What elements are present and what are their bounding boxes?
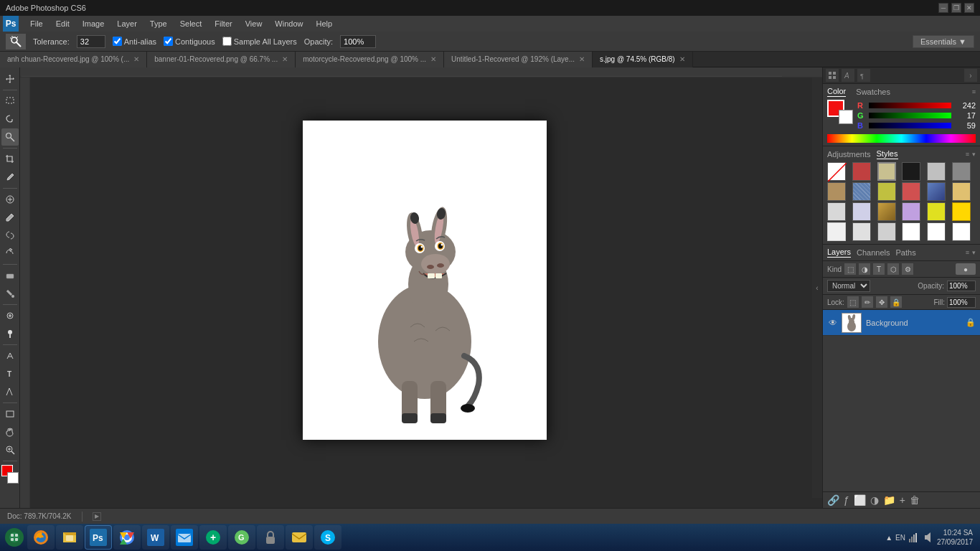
styles-expand-arrow[interactable]: ▾	[972, 151, 976, 158]
layers-panel-menu[interactable]: ≡	[966, 249, 969, 256]
group-layers-button[interactable]: 📁	[883, 494, 895, 506]
lasso-tool[interactable]	[1, 110, 19, 128]
tab-close-active-icon[interactable]: ✕	[679, 55, 685, 63]
filter-icon-smart[interactable]: ⚙	[902, 263, 913, 275]
taskbar-plus[interactable]: +	[199, 525, 227, 550]
style-swatch-gold[interactable]	[877, 162, 896, 181]
lock-position-icon[interactable]: ✏	[862, 296, 873, 308]
style-swatch-blank3[interactable]	[952, 222, 971, 241]
add-style-button[interactable]: ƒ	[844, 494, 849, 506]
fg-bg-colors[interactable]	[827, 100, 853, 124]
styles-panel-menu[interactable]: ≡	[966, 151, 969, 158]
color-panel-menu[interactable]: ≡	[972, 88, 976, 95]
layer-item-background[interactable]: 👁 Background 🔒	[823, 310, 980, 336]
blur-tool[interactable]	[1, 307, 19, 324]
link-layers-button[interactable]: 🔗	[827, 494, 839, 506]
tray-arrow[interactable]: ▲	[885, 534, 892, 542]
style-swatch-red[interactable]	[852, 162, 871, 181]
taskbar-skype[interactable]: S	[314, 525, 341, 550]
adjustments-tab[interactable]: Adjustments	[827, 150, 871, 159]
style-swatch-blank[interactable]	[902, 222, 920, 241]
menu-select[interactable]: Select	[174, 18, 208, 29]
eraser-tool[interactable]	[1, 267, 19, 284]
green-slider[interactable]	[869, 113, 951, 118]
tab-close-icon[interactable]: ✕	[579, 55, 585, 63]
color-tab[interactable]: Color	[827, 87, 846, 97]
filter-toggle[interactable]: ●	[956, 263, 976, 275]
style-swatch-purple[interactable]	[902, 202, 920, 221]
close-button[interactable]: ✕	[964, 3, 974, 13]
panel-icon-3[interactable]: ¶	[857, 69, 870, 82]
minimize-button[interactable]: ─	[938, 3, 948, 13]
taskbar-firefox[interactable]	[27, 525, 55, 550]
menu-image[interactable]: Image	[77, 18, 110, 29]
panel-icon-1[interactable]	[826, 69, 839, 82]
style-swatch-lavender[interactable]	[852, 202, 871, 221]
style-swatch-white[interactable]	[827, 222, 846, 241]
type-tool[interactable]: T	[1, 365, 19, 382]
sample-all-checkbox[interactable]	[222, 37, 232, 46]
antialias-checkbox[interactable]	[113, 37, 122, 46]
style-swatch-blank2[interactable]	[927, 222, 946, 241]
blend-mode-select[interactable]: Normal Multiply Screen	[827, 280, 870, 292]
style-swatch-gold3[interactable]	[952, 202, 971, 221]
menu-file[interactable]: File	[24, 18, 49, 29]
panel-icon-expand[interactable]: ›	[964, 69, 977, 82]
paths-tab[interactable]: Paths	[896, 248, 916, 257]
panel-toggle-button[interactable]: ‹	[812, 77, 822, 498]
menu-view[interactable]: View	[240, 18, 268, 29]
new-layer-button[interactable]: +	[900, 494, 905, 506]
taskbar-photoshop[interactable]: Ps	[85, 525, 112, 550]
selection-tool[interactable]	[1, 93, 19, 110]
style-swatch-medium-gray[interactable]	[877, 222, 896, 241]
pen-tool[interactable]	[1, 347, 19, 364]
contiguous-checkbox[interactable]	[164, 37, 173, 46]
background-color[interactable]	[7, 472, 19, 484]
lock-all-icon[interactable]: 🔒	[890, 296, 902, 308]
style-swatch-silver[interactable]	[827, 202, 846, 221]
filter-icon-type[interactable]: T	[873, 263, 885, 275]
tab-motorcycle[interactable]: motorcycle-Recovered.png @ 100% ... ✕	[296, 52, 444, 67]
menu-filter[interactable]: Filter	[209, 18, 237, 29]
tab-close-icon[interactable]: ✕	[282, 55, 288, 63]
menu-layer[interactable]: Layer	[111, 18, 143, 29]
language-indicator[interactable]: EN	[895, 534, 905, 542]
adjustment-layer-button[interactable]: ◑	[870, 494, 879, 506]
tolerance-input[interactable]	[77, 35, 105, 48]
menu-type[interactable]: Type	[144, 18, 173, 29]
menu-help[interactable]: Help	[310, 18, 338, 29]
filter-icon-adjust[interactable]: ◑	[859, 263, 870, 275]
styles-tab[interactable]: Styles	[877, 149, 898, 159]
filter-icon-pixel[interactable]: ⬚	[844, 263, 856, 275]
blue-slider[interactable]	[869, 123, 951, 128]
menu-edit[interactable]: Edit	[50, 18, 75, 29]
path-selection-tool[interactable]	[1, 383, 19, 400]
opacity-value-input[interactable]	[947, 281, 976, 291]
style-swatch-gray[interactable]	[952, 162, 971, 181]
style-swatch-yellow[interactable]	[877, 182, 896, 201]
hand-tool[interactable]	[1, 423, 19, 441]
zoom-tool[interactable]	[1, 441, 19, 458]
delete-layer-button[interactable]: 🗑	[910, 494, 920, 506]
fill-value-input[interactable]	[947, 297, 976, 308]
crop-tool[interactable]	[1, 151, 19, 168]
start-button[interactable]	[3, 525, 26, 550]
style-swatch-blue-pattern[interactable]	[852, 182, 871, 201]
taskbar-security[interactable]	[257, 525, 284, 550]
magic-wand-select[interactable]	[1, 128, 19, 146]
style-swatch-brown[interactable]	[827, 182, 846, 201]
clock-display[interactable]: 10:24 SA 27/09/2017	[937, 528, 973, 547]
style-swatch-light-gray[interactable]	[852, 222, 871, 241]
move-tool[interactable]	[1, 70, 19, 88]
essentials-button[interactable]: Essentials ▼	[913, 35, 974, 48]
clone-tool[interactable]	[1, 227, 19, 244]
tab-untitled[interactable]: Untitled-1-Recovered @ 192% (Laye... ✕	[444, 52, 593, 67]
rectangle-tool[interactable]	[1, 405, 19, 423]
filter-icon-shape[interactable]: ⬡	[887, 263, 899, 275]
channels-tab[interactable]: Channels	[857, 248, 890, 257]
eyedropper-tool[interactable]	[1, 169, 19, 186]
red-slider[interactable]	[869, 103, 951, 108]
bg-color-box[interactable]	[839, 110, 853, 124]
layer-visibility-icon[interactable]: 👁	[827, 317, 839, 329]
tab-s-jpg[interactable]: s.jpg @ 74.5% (RGB/8) ✕	[593, 52, 693, 67]
